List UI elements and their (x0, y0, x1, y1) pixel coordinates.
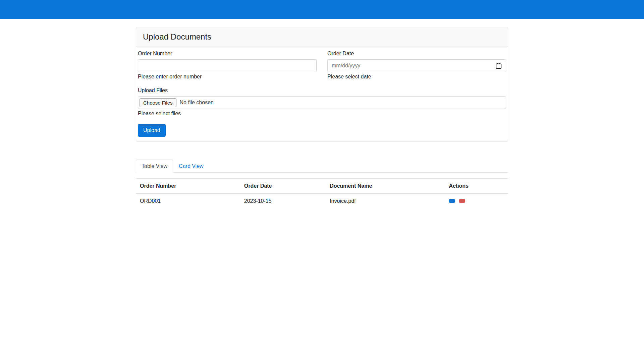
tab-card-view[interactable]: Card View (173, 160, 209, 173)
top-navbar (0, 0, 644, 19)
card-body: Order Number Please enter order number O… (136, 47, 508, 141)
cell-order-date: 2023-10-15 (240, 193, 326, 208)
table-header-row: Order Number Order Date Document Name Ac… (136, 179, 508, 194)
order-date-field-group: Order Date mm/dd/yyyy Please select date (327, 50, 506, 80)
header-actions: Actions (445, 179, 508, 194)
cell-document-name: Invoice.pdf (326, 193, 445, 208)
header-document-name: Document Name (326, 179, 445, 194)
upload-button[interactable]: Upload (138, 124, 166, 137)
file-input[interactable]: Choose Files No file chosen (138, 96, 506, 109)
order-number-field-group: Order Number Please enter order number (138, 50, 317, 80)
card-header: Upload Documents (136, 27, 508, 47)
main-container: Upload Documents Order Number Please ent… (136, 27, 508, 208)
order-number-label: Order Number (138, 50, 317, 57)
header-order-date: Order Date (240, 179, 326, 194)
upload-files-label: Upload Files (138, 87, 506, 94)
cell-actions (445, 193, 508, 208)
upload-files-field-group: Upload Files Choose Files No file chosen… (138, 87, 506, 117)
order-date-label: Order Date (327, 50, 506, 57)
primary-action-button[interactable] (449, 199, 455, 203)
upload-files-validation: Please select files (138, 110, 506, 117)
documents-table: Order Number Order Date Document Name Ac… (136, 178, 508, 208)
order-number-input[interactable] (138, 59, 317, 72)
file-chosen-status: No file chosen (180, 100, 214, 106)
cell-order-number: ORD001 (136, 193, 240, 208)
order-date-placeholder: mm/dd/yyyy (332, 63, 360, 69)
delete-action-button[interactable] (459, 199, 465, 203)
view-tabs: Table View Card View (136, 160, 508, 173)
upload-documents-card: Upload Documents Order Number Please ent… (136, 27, 508, 142)
card-title: Upload Documents (143, 32, 211, 41)
order-date-input[interactable]: mm/dd/yyyy (327, 59, 506, 72)
choose-files-button[interactable]: Choose Files (140, 98, 176, 107)
tab-table-view[interactable]: Table View (136, 160, 173, 173)
header-order-number: Order Number (136, 179, 240, 194)
order-date-validation: Please select date (327, 73, 506, 80)
calendar-icon[interactable] (495, 63, 502, 69)
order-number-validation: Please enter order number (138, 73, 317, 80)
table-row: ORD001 2023-10-15 Invoice.pdf (136, 193, 508, 208)
